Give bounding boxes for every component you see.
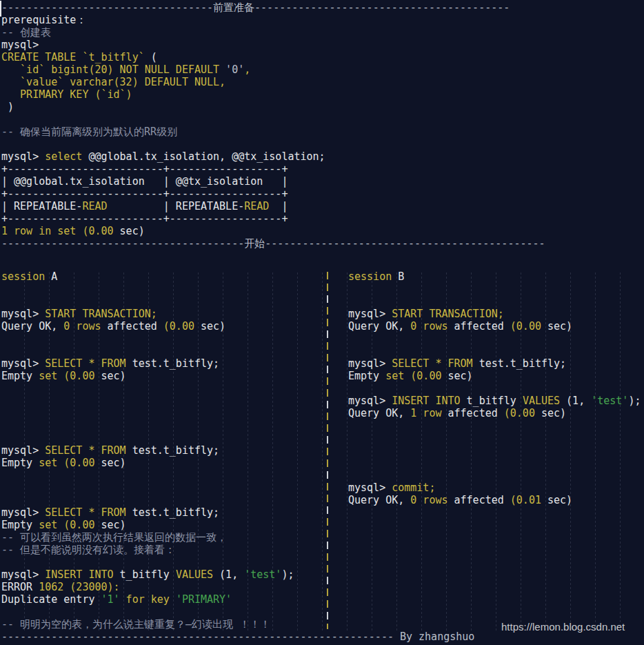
text-segment: select: [45, 150, 82, 163]
terminal-screenshot: { "palette": { "background": "#0e1326", …: [0, 0, 644, 645]
terminal-line: ---------------------------------------开…: [1, 237, 545, 250]
text-segment: set (0.00: [39, 457, 101, 469]
text-segment: | @@global.tx_isolation | @@tx_isolation…: [1, 175, 288, 188]
terminal-line: [348, 444, 644, 457]
text-segment: -- 创建表: [1, 26, 51, 39]
terminal-line: +-------------------------+-------------…: [1, 212, 545, 225]
terminal-line: [1, 283, 325, 295]
text-segment: mysql>: [1, 506, 45, 519]
text-segment: +-------------------------+-------------…: [1, 188, 288, 200]
terminal-line: Query OK, 1 row affected (0.00 sec): [348, 407, 644, 419]
terminal-line: [348, 333, 644, 345]
terminal-line: Empty set (0.00 sec): [1, 457, 325, 469]
terminal-line: Query OK, 0 rows affected (0.00 sec): [1, 320, 325, 333]
text-segment: sec): [541, 407, 566, 419]
text-segment: Empty: [1, 457, 39, 469]
text-segment: sec): [547, 494, 572, 506]
text-segment: session: [1, 270, 45, 283]
text-segment: VALUES: [176, 568, 213, 581]
text-segment: affected: [448, 494, 510, 506]
text-segment: READ: [244, 200, 269, 212]
text-segment: Query OK,: [348, 494, 410, 506]
text-segment: mysql>: [1, 39, 39, 51]
text-segment: mysql>: [1, 357, 45, 370]
terminal-line: [1, 606, 325, 618]
text-segment: (1,: [213, 568, 244, 581]
text-segment: test.t_bitfly;: [473, 357, 566, 370]
text-segment: );: [281, 568, 294, 581]
terminal-line: Empty set (0.00 sec): [1, 370, 325, 382]
terminal-line: [1, 419, 325, 432]
terminal-line: [1, 494, 325, 506]
text-segment: -- 可以看到虽然两次执行结果返回的数据一致，: [1, 531, 227, 544]
text-segment: test.t_bitfly;: [126, 357, 219, 370]
text-segment: sec): [448, 370, 473, 382]
text-segment: mysql>: [348, 308, 392, 320]
text-segment: sec): [101, 519, 126, 531]
terminal-line: [1, 138, 545, 150]
terminal-line: +-------------------------+-------------…: [1, 188, 545, 200]
text-segment: set (0.00: [39, 370, 101, 382]
text-segment: mysql>: [1, 444, 45, 457]
text-segment: 'test': [244, 568, 281, 581]
terminal-line: mysql> commit;: [348, 482, 644, 494]
terminal-line: [348, 419, 644, 432]
text-segment: |: [269, 200, 288, 212]
text-segment: Duplicate entry: [1, 593, 101, 606]
text-segment: -- 明明为空的表，为什么说主键重复？—幻读出现 ！！！: [1, 618, 270, 631]
terminal-line: [348, 345, 644, 357]
terminal-line: [348, 295, 644, 308]
terminal-line: `id` bigint(20) NOT NULL DEFAULT '0',: [1, 63, 545, 76]
terminal-line: session A: [1, 270, 325, 283]
terminal-line: ): [1, 101, 545, 113]
terminal-line: mysql> INSERT INTO t_bitfly VALUES (1, '…: [348, 395, 644, 407]
footer-dash-line: ----------------------------------------…: [1, 631, 474, 643]
terminal-line: PRIMARY KEY (`id`): [1, 88, 545, 101]
terminal-line: -- 确保当前隔离级别为默认的RR级别: [1, 126, 545, 138]
text-segment: START TRANSACTION;: [45, 308, 157, 320]
text-segment: 0 rows: [410, 494, 447, 506]
text-segment: PRIMARY KEY (`id`): [1, 88, 132, 101]
text-segment: ): [1, 101, 14, 113]
text-segment: B: [392, 270, 404, 283]
text-segment: (0.00: [504, 407, 541, 419]
text-segment: mysql>: [1, 150, 45, 163]
text-segment: 'PRIMARY': [176, 593, 232, 606]
terminal-line: prerequisite：: [1, 14, 545, 26]
text-segment: SELECT * FROM: [392, 357, 472, 370]
text-segment: session: [348, 270, 392, 283]
terminal-line: Duplicate entry '1' for key 'PRIMARY': [1, 593, 325, 606]
terminal-line: +-------------------------+-------------…: [1, 163, 545, 175]
text-segment: sec): [547, 320, 572, 333]
text-segment: prerequisite：: [1, 14, 86, 26]
terminal-line: mysql> SELECT * FROM test.t_bitfly;: [1, 506, 325, 519]
terminal-line: [1, 333, 325, 345]
text-segment: commit;: [392, 482, 435, 494]
terminal-line: mysql> START TRANSACTION;: [1, 308, 325, 320]
text-segment: (0.00: [163, 320, 201, 333]
terminal-line: [1, 345, 325, 357]
text-segment: t_bitfly: [114, 568, 176, 581]
terminal-line: [1, 407, 325, 419]
text-segment: mysql>: [348, 357, 392, 370]
text-segment: A: [45, 270, 57, 283]
text-segment: 1 row in set (0.00: [1, 225, 120, 237]
text-segment: ,: [244, 63, 250, 76]
text-segment: mysql>: [348, 395, 392, 407]
terminal-line: [1, 432, 325, 444]
terminal-line: | REPEATABLE-READ | REPEATABLE-READ |: [1, 200, 545, 212]
text-segment: (0.01: [510, 494, 547, 506]
text-segment: VALUES: [523, 395, 560, 407]
text-segment: Query OK,: [1, 320, 63, 333]
text-segment: Query OK,: [348, 407, 410, 419]
terminal-line: [1, 382, 325, 395]
text-segment: INSERT INTO: [392, 395, 460, 407]
terminal-line: mysql> SELECT * FROM test.t_bitfly;: [348, 357, 644, 370]
text-segment: +-------------------------+-------------…: [1, 212, 288, 225]
text-segment: 1062 (23000):: [39, 581, 119, 593]
text-segment: test.t_bitfly;: [126, 506, 219, 519]
session-b-column: session Bmysql> START TRANSACTION;Query …: [348, 270, 644, 506]
text-segment: test.t_bitfly;: [126, 444, 219, 457]
terminal-line: -- 明明为空的表，为什么说主键重复？—幻读出现 ！！！: [1, 618, 325, 631]
session-separator-dashed-line: [327, 272, 328, 629]
